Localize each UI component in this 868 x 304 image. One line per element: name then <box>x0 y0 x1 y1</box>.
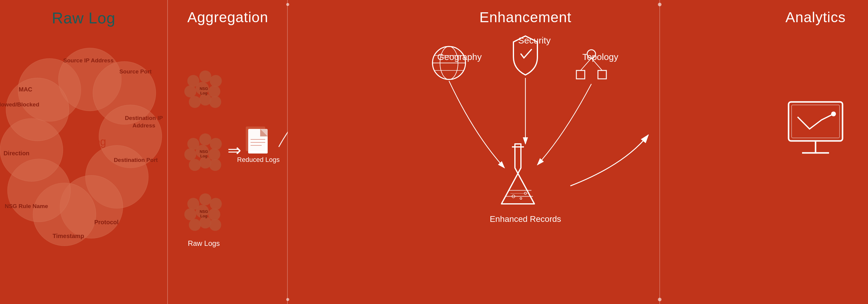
aggregation-title: Aggregation <box>168 0 288 26</box>
svg-point-23 <box>199 70 211 83</box>
svg-text:Destination IP: Destination IP <box>125 115 163 121</box>
svg-rect-102 <box>792 105 839 138</box>
svg-point-74 <box>658 3 661 6</box>
analytics-section: Analytics <box>763 0 868 304</box>
svg-text:Log: Log <box>200 91 208 95</box>
nsg-group-1: NSG Log <box>184 70 222 108</box>
svg-point-47 <box>184 208 196 220</box>
svg-point-99 <box>520 197 522 200</box>
svg-point-103 <box>831 112 836 116</box>
svg-text:Destination Port: Destination Port <box>114 157 158 163</box>
svg-point-24 <box>210 75 222 87</box>
svg-text:MAC: MAC <box>19 86 32 93</box>
nsg-group-2: NSG Log <box>184 133 222 171</box>
svg-text:Timestamp: Timestamp <box>53 233 84 239</box>
svg-point-30 <box>209 96 221 108</box>
svg-point-45 <box>199 193 211 205</box>
svg-point-52 <box>209 219 221 231</box>
svg-text:Log: Log <box>200 154 208 158</box>
svg-text:NSG Log: NSG Log <box>62 135 106 148</box>
svg-point-39 <box>189 159 201 171</box>
raw-log-section: Raw Log MAC Source IP Address Source Por… <box>0 0 168 304</box>
svg-point-27 <box>208 86 220 97</box>
svg-text:Address: Address <box>132 122 155 129</box>
svg-text:Geography: Geography <box>437 52 482 62</box>
svg-point-50 <box>189 219 201 231</box>
svg-point-49 <box>208 208 220 220</box>
svg-text:NSG: NSG <box>199 86 208 91</box>
venn-diagram: MAC Source IP Address Source Port Destin… <box>0 21 168 297</box>
svg-text:Log: Log <box>200 214 208 218</box>
svg-text:NSG: NSG <box>199 209 208 214</box>
svg-rect-87 <box>598 70 606 79</box>
svg-point-9 <box>6 78 69 141</box>
svg-text:Direction: Direction <box>4 150 30 156</box>
enhancement-section: Enhancement Geography Security Topology <box>288 0 763 304</box>
right-content: Aggregation NSG Log <box>168 0 868 304</box>
svg-text:Raw Logs: Raw Logs <box>188 239 220 247</box>
svg-point-75 <box>658 298 661 301</box>
analytics-diagram <box>763 0 868 304</box>
svg-point-28 <box>189 96 201 108</box>
aggregation-section: Aggregation NSG Log <box>168 0 288 304</box>
aggregation-diagram: NSG Log NSG Log <box>168 30 288 288</box>
svg-text:Reduced Logs: Reduced Logs <box>237 156 280 163</box>
svg-point-35 <box>210 138 222 150</box>
svg-point-38 <box>208 148 220 160</box>
svg-text:Protocol: Protocol <box>94 219 118 225</box>
svg-text:NSG: NSG <box>199 149 208 154</box>
svg-point-34 <box>199 133 211 145</box>
document-icon <box>246 126 268 153</box>
svg-point-36 <box>184 148 196 160</box>
svg-point-41 <box>209 159 221 171</box>
svg-point-25 <box>184 86 196 97</box>
svg-text:Enhanced Records: Enhanced Records <box>490 214 561 224</box>
svg-rect-86 <box>577 70 585 79</box>
enhancement-diagram: Geography Security Topology <box>288 0 763 304</box>
svg-text:Source Port: Source Port <box>119 68 152 74</box>
svg-point-46 <box>210 198 222 210</box>
svg-text:NSG Rule Name: NSG Rule Name <box>5 203 48 209</box>
svg-text:Source IP Address: Source IP Address <box>63 57 114 64</box>
nsg-group-3: NSG Log <box>184 193 222 231</box>
svg-text:Allowed/Blocked: Allowed/Blocked <box>0 101 39 108</box>
svg-rect-101 <box>788 102 842 141</box>
